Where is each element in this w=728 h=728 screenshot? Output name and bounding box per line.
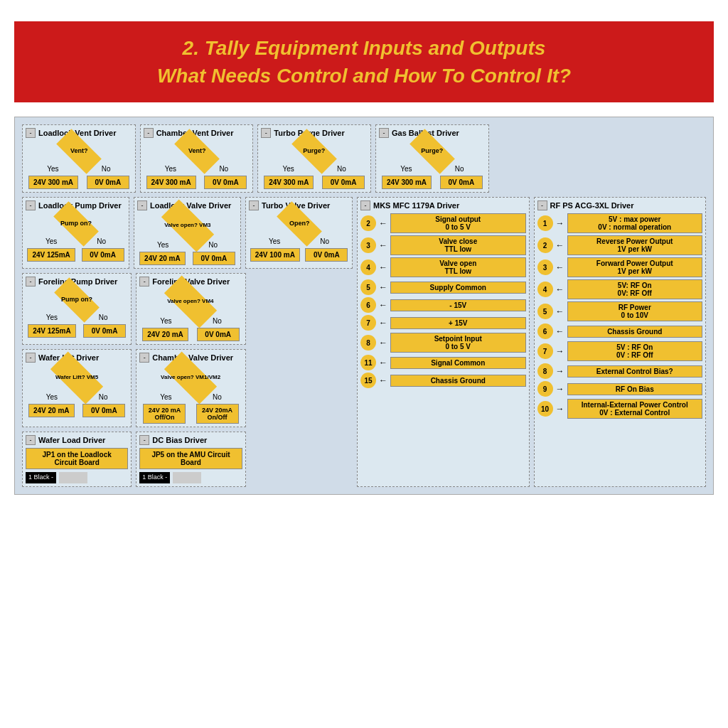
rfps-pin-row-5: 5 ← RF Power0 to 10V: [537, 301, 703, 321]
driver-title: Wafer Load Driver: [38, 436, 105, 444]
pin-row-11: 11 ← Signal Common: [360, 355, 526, 370]
minimize-btn[interactable]: -: [139, 435, 149, 445]
pin-6: 6: [360, 297, 376, 313]
page: 2. Tally Equipment Inputs and Outputs Wh…: [0, 21, 728, 728]
foreline-pump-driver: - Foreline Pump Driver Pump on? YesNo 24…: [22, 273, 132, 345]
pin-7: 7: [360, 315, 376, 331]
output-yes: 24V 125mA: [27, 248, 75, 262]
pin-row-5: 5 ← Supply Common: [360, 279, 526, 295]
pin-4: 4: [360, 259, 376, 275]
pin-15-label: Chassis Ground: [390, 375, 526, 387]
output-no: 0V 0mA: [440, 176, 483, 189]
output-no: 0V 0mA: [305, 248, 348, 262]
rfps-pin-3-label: Forward Power Output1V per kW: [567, 257, 703, 277]
driver-title: RF PS ACG-3XL Driver: [550, 201, 634, 210]
minimize-btn[interactable]: -: [26, 353, 36, 363]
rfps-pin-2-label: Reverse Power Output1V per kW: [567, 235, 703, 255]
chamber-valve-driver: - Chamber Valve Driver Valve open? VM1/V…: [136, 349, 245, 427]
output-no: 0V 0mA: [83, 324, 126, 338]
rfps-pin-row-7: 7 → 5V : RF On0V : RF Off: [537, 341, 703, 361]
output-no: 0V 0mA: [82, 404, 125, 417]
minimize-btn[interactable]: -: [261, 128, 271, 138]
minimize-btn[interactable]: -: [26, 128, 36, 138]
rfps-pin-5: 5: [537, 304, 553, 319]
output-yes: 24V 20 mA: [139, 252, 186, 265]
minimize-btn[interactable]: -: [139, 277, 149, 287]
pin-row-3: 3 ← Valve closeTTL low: [360, 235, 526, 255]
turbo-purge-driver: - Turbo Purge Driver Purge? YesNo 24V 30…: [257, 124, 371, 193]
rfps-pin-row-8: 8 → External Control Bias?: [537, 363, 703, 379]
rfps-pin-3: 3: [537, 259, 553, 275]
pin-5: 5: [360, 279, 376, 295]
output-no: 0V 0mA: [204, 176, 247, 189]
output-yes: 24V 125mA: [28, 324, 75, 338]
wafer-load-driver: - Wafer Load Driver JP1 on the Loadlock …: [22, 432, 132, 487]
minimize-btn[interactable]: -: [26, 277, 36, 287]
loadlock-vent-driver: - Loadlock Vent Driver Vent? YesNo 24V 3…: [22, 124, 136, 193]
rfps-pin-8: 8: [537, 363, 553, 379]
rfps-pin-6-label: Chassis Ground: [567, 326, 703, 338]
output-no: 0V 0mA: [193, 252, 235, 265]
pin-2: 2: [360, 215, 376, 231]
pin-3-label: Valve closeTTL low: [390, 235, 526, 255]
output-yes: 24V 300 mA: [146, 176, 196, 189]
minimize-btn[interactable]: -: [26, 200, 36, 210]
rfps-driver: - RF PS ACG-3XL Driver 1 → 5V : max powe…: [534, 197, 707, 487]
output-no: 0V 0mA: [197, 328, 240, 341]
rfps-pin-5-label: RF Power0 to 10V: [567, 301, 703, 321]
gas-ballast-driver: - Gas Ballast Driver Purge? YesNo 24V 30…: [375, 124, 489, 193]
output-yes: 24V 300 mA: [264, 176, 314, 189]
rfps-pin-row-10: 10 → Internal-External Power Control0V :…: [537, 399, 703, 419]
output-no: 24V 20mA On/Off: [196, 404, 239, 424]
minimize-btn[interactable]: -: [360, 200, 370, 210]
output-yes: 24V 300 mA: [382, 176, 432, 189]
driver-title: Chamber Valve Driver: [152, 353, 233, 362]
pin-2-label: Signal output0 to 5 V: [390, 213, 526, 233]
pin-3: 3: [360, 237, 376, 253]
pin-row-2: 2 ← Signal output0 to 5 V: [360, 213, 526, 233]
minimize-btn[interactable]: -: [144, 128, 154, 138]
driver-title: Loadlock Pump Driver: [38, 201, 122, 210]
rfps-pin-2: 2: [537, 237, 553, 253]
minimize-btn[interactable]: -: [139, 353, 149, 363]
turbo-valve-driver: - Turbo Valve Driver Open? YesNo 24V 100…: [245, 197, 353, 269]
rfps-pin-7: 7: [537, 343, 553, 359]
rfps-pin-1: 1: [537, 215, 553, 231]
minimize-btn[interactable]: -: [137, 200, 147, 210]
pin-8: 8: [360, 335, 376, 350]
pin-11-label: Signal Common: [390, 357, 526, 369]
rfps-pin-row-9: 9 → RF On Bias: [537, 381, 703, 397]
driver-title: Loadlock Valve Driver: [150, 201, 231, 210]
pin-4-label: Valve openTTL low: [390, 257, 526, 277]
minimize-btn[interactable]: -: [379, 128, 389, 138]
rfps-pin-4-label: 5V: RF On0V: RF Off: [567, 279, 703, 299]
pin-row-4: 4 ← Valve openTTL low: [360, 257, 526, 277]
driver-title: DC Bias Driver: [152, 436, 207, 444]
dc-bias-driver: - DC Bias Driver JP5 on the AMU Circuit …: [136, 432, 245, 487]
output-yes: 24V 100 mA: [250, 248, 300, 262]
rfps-pin-1-label: 5V : max power0V : normal operation: [567, 213, 703, 233]
header-banner: 2. Tally Equipment Inputs and Outputs Wh…: [14, 21, 714, 102]
pin-row-7: 7 ← + 15V: [360, 315, 526, 331]
rfps-pin-row-3: 3 ← Forward Power Output1V per kW: [537, 257, 703, 277]
foreline-valve-driver: - Foreline Valve Driver Valve open? VM4 …: [136, 273, 245, 345]
pin-7-label: + 15V: [390, 317, 526, 329]
output-no: 0V 0mA: [322, 176, 365, 189]
output-yes: 24V 20 mA: [142, 328, 188, 341]
wafer-load-jp: JP1 on the Loadlock Circuit Board: [26, 448, 128, 469]
dc-bias-bottom: 1 Black -: [139, 472, 170, 483]
wafer-lift-driver: - Wafer Lift Driver Wafer Lift? VM5 YesN…: [22, 349, 132, 427]
pin-5-label: Supply Common: [390, 282, 526, 294]
pin-row-8: 8 ← Setpoint Input0 to 5 V: [360, 333, 526, 353]
minimize-btn[interactable]: -: [249, 200, 259, 210]
rfps-pin-8-label: External Control Bias?: [567, 365, 703, 378]
pin-15: 15: [360, 373, 376, 388]
pin-row-6: 6 ← - 15V: [360, 297, 526, 313]
pin-row-15: 15 ← Chassis Ground: [360, 373, 526, 388]
rfps-pin-6: 6: [537, 323, 553, 339]
header-title: 2. Tally Equipment Inputs and Outputs Wh…: [21, 34, 707, 90]
output-yes: 24V 300 mA: [28, 176, 78, 189]
chamber-vent-driver: - Chamber Vent Driver Vent? YesNo 24V 30…: [140, 124, 254, 193]
minimize-btn[interactable]: -: [537, 200, 547, 210]
minimize-btn[interactable]: -: [26, 435, 36, 445]
